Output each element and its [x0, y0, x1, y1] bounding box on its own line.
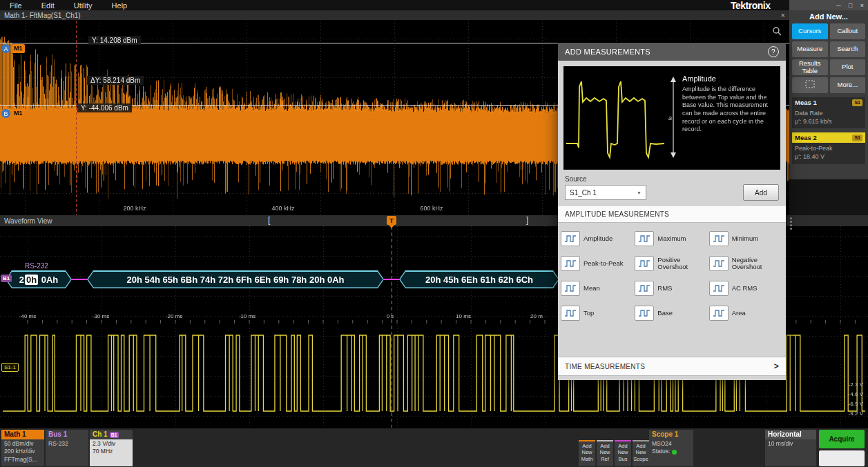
cursors-button[interactable]: Cursors — [792, 23, 828, 39]
measurement-mean-button[interactable]: Mean — [561, 278, 635, 299]
amplitude-measurements-section[interactable]: AMPLITUDE MEASUREMENTS — [558, 205, 786, 223]
meas-1-badge[interactable]: Meas 1 S1 Data Rate μ': 9.615 kb/s — [792, 97, 865, 128]
measurement-label: Minimum — [732, 235, 759, 242]
ch-1-scale: 2.3 V/div — [93, 440, 130, 448]
preview-description: Amplitude is the difference between the … — [682, 86, 776, 134]
horizontal-badge[interactable]: Horizontal 10 ms/div — [765, 430, 816, 466]
source-label: Source — [565, 175, 779, 183]
measurement-negative-overshoot-button[interactable]: Negative Overshoot — [709, 253, 783, 274]
tekscope-app: File Edit Utility Help Tektronix ─ □ × M… — [0, 0, 868, 467]
time-tick-label: -20 ms — [166, 313, 182, 319]
measurement-minimum-button[interactable]: Minimum — [709, 228, 783, 249]
amplitude-arrow-icon: a — [668, 76, 678, 159]
channel-badge[interactable]: S1-1 — [1, 363, 19, 372]
more-button[interactable]: More... — [830, 77, 866, 93]
measurement-label: Maximum — [657, 235, 686, 242]
horizontal-name: Horizontal — [765, 430, 816, 439]
add-new-math-button[interactable]: Add New Math — [579, 440, 595, 466]
menu-utility[interactable]: Utility — [64, 1, 102, 10]
zoom-magnifier-icon[interactable] — [772, 26, 782, 39]
frequency-tick-label: 200 kHz — [123, 205, 146, 212]
cursor-b-source-badge: M1 — [12, 109, 25, 118]
measurement-amplitude-button[interactable]: Amplitude — [561, 228, 635, 249]
peak-to-peak-icon — [561, 256, 580, 271]
measurement-positive-overshoot-button[interactable]: Positive Overshoot — [635, 253, 708, 274]
results-table-button[interactable]: Results Table — [792, 59, 828, 75]
bus-decode-label: RS-232 — [25, 262, 48, 270]
menu-file[interactable]: File — [0, 1, 32, 10]
zoom-bracket-left[interactable]: [ — [268, 215, 270, 225]
time-measurements-section[interactable]: TIME MEASUREMENTS > — [558, 357, 786, 376]
acquire-button[interactable]: Acquire — [819, 430, 865, 448]
waveform-view-title: Waveform View — [4, 217, 52, 225]
cursor-a-source-badge: M1 — [12, 44, 25, 53]
scope-1-model: MSO24 — [652, 440, 691, 448]
add-button[interactable]: Add — [743, 184, 779, 201]
add-new-scope-button[interactable]: Add New Scope — [633, 440, 649, 466]
math-1-badge[interactable]: Math 1 50 dBm/div 200 kHz/div FFTmag(S..… — [1, 430, 44, 466]
horizontal-scale: 10 ms/div — [768, 440, 813, 448]
callout-button[interactable]: Callout — [830, 23, 866, 39]
mean-icon — [561, 281, 580, 296]
measurement-label: AC RMS — [732, 285, 758, 292]
measurement-ac-rms-button[interactable]: AC RMS — [709, 278, 783, 299]
preview-title: Amplitude — [682, 74, 716, 83]
decode-segment-2[interactable]: 20h 54h 65h 6Bh 74h 72h 6Fh 6Eh 69h 78h … — [87, 270, 384, 288]
measurement-base-button[interactable]: Base — [635, 303, 708, 324]
bus-idle-line — [384, 279, 399, 280]
draw-a-box-button[interactable] — [792, 77, 828, 93]
help-icon[interactable]: ? — [768, 46, 779, 57]
rms-icon — [635, 281, 654, 296]
svg-text:a: a — [668, 115, 672, 121]
cursor-b-marker[interactable]: B M1 — [1, 109, 25, 118]
scope-status-label: Status: — [652, 448, 670, 455]
ch-1-badge[interactable]: Ch 1 B1 2.3 V/div 70 MHz — [90, 430, 133, 466]
source-select[interactable]: S1_Ch 1 ▼ — [565, 185, 646, 200]
add-new-ref-button[interactable]: Add New Ref — [597, 440, 613, 466]
source-value: S1_Ch 1 — [570, 189, 597, 197]
meas-1-type: Data Rate — [795, 109, 862, 117]
trigger-marker[interactable]: T — [387, 216, 396, 225]
close-icon[interactable]: × — [781, 11, 785, 19]
plot-button[interactable]: Plot — [830, 59, 866, 75]
measurement-rms-button[interactable]: RMS — [635, 278, 708, 299]
zoom-bracket-right[interactable]: ] — [526, 215, 528, 225]
measurement-top-button[interactable]: Top — [561, 303, 635, 324]
meas-2-type: Peak-to-Peak — [795, 144, 862, 152]
ch-1-bandwidth: 70 MHz — [93, 448, 130, 455]
acquire-secondary-button[interactable] — [819, 450, 865, 466]
frequency-tick-label: 400 kHz — [271, 205, 294, 212]
add-new-bus-button[interactable]: Add New Bus — [615, 440, 631, 466]
cursor-delta-y-readout: ΔY: 58.214 dBm — [87, 76, 144, 85]
search-button[interactable]: Search — [830, 41, 866, 57]
decode-segment-3[interactable]: 20h 45h 6Eh 61h 62h 6Ch — [399, 270, 559, 288]
voltage-scale-label: -9.2 V — [836, 410, 863, 417]
measurement-area-button[interactable]: Area — [709, 303, 783, 324]
measurement-peak-to-peak-button[interactable]: Peak-to-Peak — [561, 253, 635, 274]
minimize-icon[interactable]: ─ — [833, 2, 845, 9]
source-row: Source S1_Ch 1 ▼ Add — [565, 175, 779, 201]
splitter-handle[interactable] — [790, 217, 792, 219]
bus-1-badge[interactable]: Bus 1 RS-232 — [46, 430, 88, 466]
measurement-maximum-button[interactable]: Maximum — [635, 228, 708, 249]
meas-2-badge[interactable]: Meas 2 S1 Peak-to-Peak μ': 18.40 V — [792, 132, 865, 163]
maximize-icon[interactable]: □ — [845, 2, 856, 9]
status-indicator — [672, 450, 677, 455]
menu-help[interactable]: Help — [102, 1, 137, 10]
cursor-a-marker[interactable]: A M1 — [1, 44, 25, 53]
decode-1-highlight: 0h — [25, 275, 38, 285]
sidebar-title: Add New... — [789, 10, 868, 23]
menu-edit[interactable]: Edit — [32, 1, 64, 10]
bus-badge[interactable]: B1 — [1, 275, 12, 282]
positive-overshoot-icon — [635, 256, 654, 271]
decode-segment-1[interactable]: 2 0h 0Ah — [6, 270, 72, 288]
measure-button[interactable]: Measure — [792, 41, 828, 57]
dialog-header[interactable]: ADD MEASUREMENTS ? — [558, 43, 786, 61]
dialog-title: ADD MEASUREMENTS — [565, 48, 650, 56]
measurement-label: Peak-to-Peak — [584, 260, 624, 267]
window-close-icon[interactable]: × — [856, 2, 868, 9]
scope-1-badge[interactable]: Scope 1 MSO24 Status: — [649, 430, 693, 466]
add-new-sidebar: Add New... Cursors Callout Measure Searc… — [789, 10, 868, 179]
measurement-label: Area — [732, 310, 746, 317]
math-1-scale: 50 dBm/div — [4, 440, 41, 448]
